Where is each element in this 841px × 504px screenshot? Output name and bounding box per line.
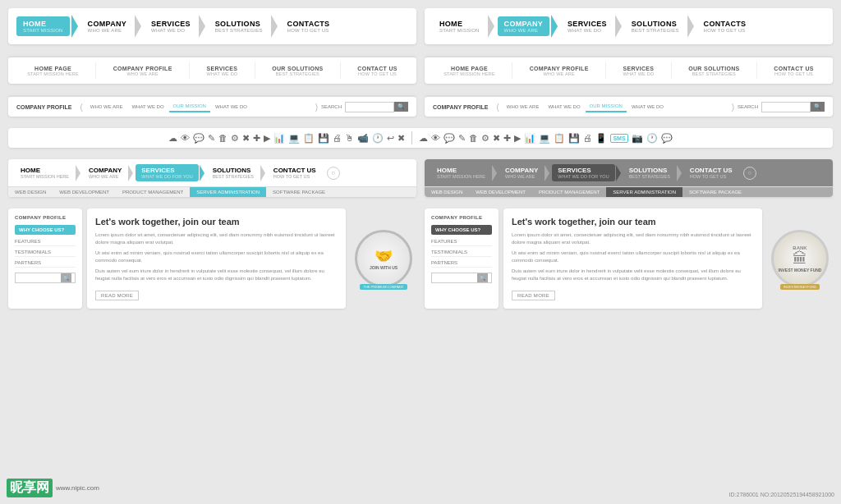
icon-eye[interactable]: 👁 bbox=[181, 133, 190, 143]
tab-what-we-do2-right[interactable]: WHAT WE DO bbox=[627, 102, 668, 112]
icon-cloud2[interactable]: ☁ bbox=[419, 133, 428, 144]
icon-close2[interactable]: ✖ bbox=[398, 133, 405, 144]
tab-what-we-do-left[interactable]: WHAT WE DO bbox=[127, 102, 168, 112]
sub-tab-webdev-right[interactable]: WEB DEVELOPMENT bbox=[469, 187, 532, 197]
nav-simple-r-company[interactable]: COMPANY PROFILE WHO WE ARE bbox=[525, 64, 594, 78]
icon-gear[interactable]: ⚙ bbox=[231, 133, 239, 144]
icon-clock2[interactable]: 🕐 bbox=[646, 133, 658, 144]
tab-who-we-are-left[interactable]: WHO WE ARE bbox=[86, 102, 127, 112]
sub-tab-software-right[interactable]: SOFTWARE PACKAGE bbox=[682, 187, 748, 197]
nav-arrow-item-contacts-right[interactable]: Contacts HOW TO GET US bbox=[697, 16, 753, 36]
search-input-right[interactable] bbox=[761, 102, 811, 112]
nav-circle-left[interactable]: ○ bbox=[327, 167, 340, 180]
icon-video[interactable]: 📹 bbox=[357, 133, 369, 144]
sidebar-search-input-right[interactable] bbox=[432, 273, 477, 282]
icon-chart[interactable]: 📊 bbox=[273, 133, 285, 144]
sidebar-testimonials-right[interactable]: TESTIMONIALS bbox=[431, 248, 492, 257]
nav-sub-solutions-right[interactable]: Solutions BEST STRATEGIES bbox=[623, 164, 682, 181]
nav-arrow-item-services-left[interactable]: Services WHAT WE DO bbox=[145, 15, 207, 38]
nav-arrow-item-solutions-left[interactable]: Solutions BEST STRATEGIES bbox=[209, 15, 279, 38]
sub-tab-webdesign-left[interactable]: WEB DESIGN bbox=[8, 187, 53, 197]
tab-who-we-are-right[interactable]: WHO WE ARE bbox=[503, 102, 544, 112]
tab-what-we-do-right[interactable]: WHAT WE DO bbox=[544, 102, 584, 112]
nav-sub-company-right[interactable]: Company WHO WE ARE bbox=[499, 164, 550, 181]
icon-laptop[interactable]: 💻 bbox=[288, 133, 300, 144]
sidebar-features-right[interactable]: FEATURES bbox=[431, 237, 492, 246]
sidebar-why-choose-us-left[interactable]: WHY CHOOSE US? bbox=[15, 225, 76, 235]
icon-chat[interactable]: 💬 bbox=[193, 133, 205, 144]
icon-save[interactable]: 💾 bbox=[318, 133, 329, 144]
read-more-btn-right[interactable]: READ MORE bbox=[512, 291, 555, 300]
sidebar-partners-left[interactable]: PARTNERS bbox=[15, 259, 76, 268]
nav-arrow-item-solutions-right[interactable]: Solutions BEST STRATEGIES bbox=[625, 15, 696, 38]
icon-close[interactable]: ✖ bbox=[242, 133, 250, 144]
icon-chart2[interactable]: 📊 bbox=[524, 133, 535, 144]
icon-trash[interactable]: 🗑 bbox=[218, 133, 227, 143]
nav-circle-right[interactable]: ○ bbox=[743, 167, 756, 180]
sidebar-search-btn-left[interactable]: 🔍 bbox=[61, 273, 71, 282]
icon-play[interactable]: ▶ bbox=[264, 133, 270, 144]
nav-sub-contact-left[interactable]: Contact us HOW TO GET US bbox=[268, 164, 322, 181]
nav-simple-r-contact[interactable]: CONTACT US HOW TO GET US bbox=[769, 64, 818, 78]
sub-tab-productmgmt-left[interactable]: PRODUCT MANAGEMENT bbox=[116, 187, 190, 197]
search-input-left[interactable] bbox=[345, 102, 394, 112]
icon-clipboard2[interactable]: 📋 bbox=[554, 133, 565, 144]
nav-sub-contact-right[interactable]: Contact us HOW TO GET US bbox=[684, 164, 738, 181]
nav-arrow-item-home-left[interactable]: Home START MISSION bbox=[16, 15, 80, 38]
icon-close3[interactable]: ✖ bbox=[493, 133, 500, 144]
sub-tab-serveradmin-right[interactable]: SERVER ADMINISTRATION bbox=[606, 187, 682, 197]
icon-phone[interactable]: 📱 bbox=[595, 133, 607, 144]
sub-tab-software-left[interactable]: SOFTWARE PACKAGE bbox=[266, 187, 332, 197]
icon-chat3[interactable]: 💬 bbox=[661, 133, 673, 144]
icon-save2[interactable]: 💾 bbox=[568, 133, 580, 144]
icon-cloud[interactable]: ☁ bbox=[168, 133, 177, 144]
sub-tab-webdev-left[interactable]: WEB DEVELOPMENT bbox=[53, 187, 116, 197]
sidebar-search-left[interactable]: 🔍 bbox=[15, 273, 76, 283]
sub-tab-serveradmin-left[interactable]: SERVER ADMINISTRATION bbox=[190, 187, 266, 197]
tab-what-we-do2-left[interactable]: WHAT WE DO bbox=[211, 102, 251, 112]
icon-mouse[interactable]: 🖱 bbox=[345, 133, 354, 143]
icon-printer[interactable]: 🖨 bbox=[333, 133, 342, 143]
nav-sub-company-left[interactable]: Company WHO WE ARE bbox=[83, 164, 134, 181]
sidebar-search-btn-right[interactable]: 🔍 bbox=[477, 273, 488, 282]
icon-laptop2[interactable]: 💻 bbox=[539, 133, 550, 144]
nav-sub-services-left[interactable]: Services WHAT WE DO FOR YOU bbox=[136, 164, 205, 181]
search-btn-right[interactable]: 🔍 bbox=[811, 102, 825, 112]
sidebar-search-right[interactable]: 🔍 bbox=[431, 273, 492, 283]
icon-sms[interactable]: SMS bbox=[610, 134, 627, 143]
sidebar-partners-right[interactable]: PARTNERS bbox=[431, 259, 492, 268]
read-more-btn-left[interactable]: READ MORE bbox=[95, 291, 139, 300]
sidebar-features-left[interactable]: FEATURES bbox=[15, 237, 76, 246]
icon-edit2[interactable]: ✎ bbox=[458, 133, 466, 144]
icon-printer2[interactable]: 🖨 bbox=[583, 133, 592, 143]
nav-simple-r-services[interactable]: SERVICES WHAT WE DO bbox=[618, 64, 659, 78]
tab-our-mission-right[interactable]: OUR MISSION bbox=[586, 101, 627, 112]
icon-clipboard[interactable]: 📋 bbox=[303, 133, 315, 144]
tab-our-mission-left[interactable]: OUR MISSION bbox=[169, 101, 210, 112]
nav-simple-services[interactable]: SERVICES WHAT WE DO bbox=[201, 64, 242, 78]
nav-arrow-item-company-right[interactable]: Company WHO WE ARE bbox=[498, 15, 559, 38]
icon-edit[interactable]: ✎ bbox=[208, 133, 215, 144]
nav-sub-solutions-left[interactable]: Solutions BEST STRATEGIES bbox=[207, 164, 266, 181]
nav-sub-services-right[interactable]: Services WHAT WE DO FOR YOU bbox=[552, 164, 621, 181]
nav-arrow-item-company-left[interactable]: Company WHO WE ARE bbox=[81, 15, 143, 38]
icon-gear2[interactable]: ⚙ bbox=[481, 133, 489, 144]
nav-arrow-item-home-right[interactable]: Home START MISSION bbox=[433, 15, 496, 38]
nav-simple-r-home[interactable]: HOME PAGE START MISSION HERE bbox=[439, 64, 500, 78]
icon-camera[interactable]: 📷 bbox=[632, 133, 643, 144]
icon-play2[interactable]: ▶ bbox=[514, 133, 521, 144]
icon-arrow[interactable]: ↩ bbox=[387, 133, 394, 144]
sidebar-testimonials-left[interactable]: TESTIMONIALS bbox=[15, 248, 76, 257]
icon-clock[interactable]: 🕐 bbox=[372, 133, 384, 144]
icon-add2[interactable]: ✚ bbox=[503, 133, 511, 144]
nav-simple-company[interactable]: COMPANY PROFILE WHO WE ARE bbox=[108, 64, 177, 78]
nav-sub-home-right[interactable]: Home START MISSION HERE bbox=[431, 164, 498, 181]
sidebar-search-input-left[interactable] bbox=[16, 273, 61, 282]
icon-chat2[interactable]: 💬 bbox=[443, 133, 455, 144]
icon-add[interactable]: ✚ bbox=[253, 133, 260, 144]
nav-arrow-item-contacts-left[interactable]: Contacts HOW TO GET US bbox=[281, 16, 337, 36]
nav-simple-r-solutions[interactable]: OUR SOLUTIONS BEST STRATEGIES bbox=[683, 64, 744, 78]
nav-simple-contact[interactable]: CONTACT US HOW TO GET US bbox=[352, 64, 402, 78]
nav-arrow-item-services-right[interactable]: Services WHAT WE DO bbox=[561, 15, 623, 38]
icon-eye2[interactable]: 👁 bbox=[431, 133, 440, 143]
